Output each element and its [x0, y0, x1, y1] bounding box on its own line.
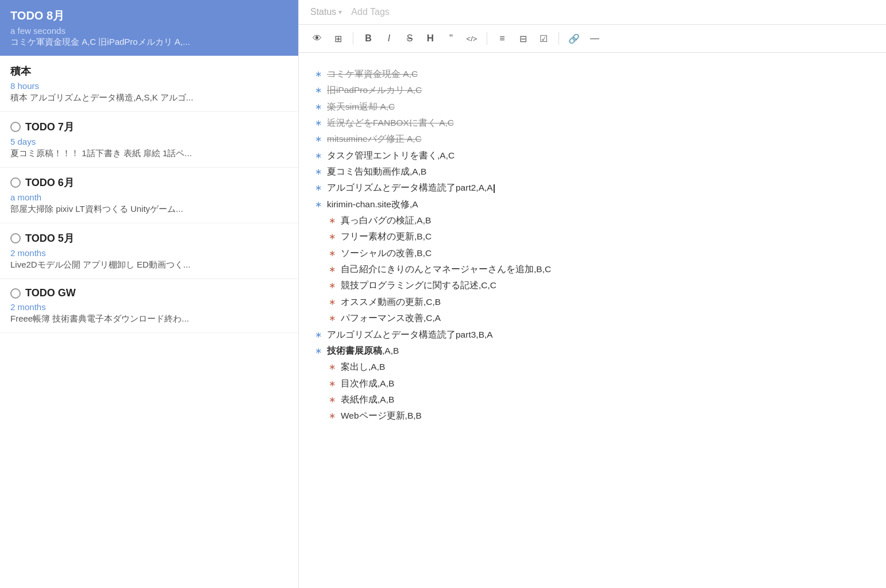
bullet-primary: ∗ [315, 164, 322, 179]
bullet-primary: ∗ [315, 148, 322, 163]
bullet-secondary: ∗ [329, 359, 336, 374]
line-text: ソーシャルの改善,B,C [341, 246, 432, 261]
content-line: ∗コミケ軍資金現金 A,C [315, 67, 870, 82]
bullet-primary: ∗ [315, 83, 322, 98]
heading-button[interactable]: H [421, 29, 440, 48]
sidebar-item-title: TODO 5月 [25, 231, 74, 245]
content-line: ∗自己紹介にきりのんとマネージャーさんを追加,B,C [315, 262, 870, 277]
content-line: ∗オススメ動画の更新,C,B [315, 295, 870, 310]
item-title: TODO GW [10, 287, 288, 299]
line-text: 近況などをFANBOXに書く A,C [327, 115, 454, 130]
split-view-icon[interactable]: ⊞ [329, 29, 347, 48]
strikethrough-button[interactable]: S [400, 29, 419, 48]
bullet-secondary: ∗ [329, 408, 336, 423]
bullet-secondary: ∗ [329, 229, 336, 244]
line-text: mitsumineバグ修正 A,C [327, 131, 422, 146]
bullet-secondary: ∗ [329, 262, 336, 277]
content-line: ∗Webページ更新,B,B [315, 408, 870, 423]
bullet-secondary: ∗ [329, 246, 336, 261]
line-text: 目次作成,A,B [341, 376, 394, 391]
item-preview: Freee帳簿 技術書典電子本ダウンロード終わ... [10, 314, 288, 324]
content-line: ∗mitsumineバグ修正 A,C [315, 131, 870, 146]
link-button[interactable]: 🔗 [565, 29, 583, 48]
circle-icon [10, 122, 21, 132]
content-line: ∗タスク管理エントリを書く,A,C [315, 148, 870, 163]
checklist-button[interactable]: ☑ [534, 29, 553, 48]
item-timestamp: 2 months [10, 302, 288, 312]
content-line: ∗旧iPadProメルカリ A,C [315, 83, 870, 98]
content-line: ∗真っ白バグの検証,A,B [315, 213, 870, 228]
item-timestamp: a few seconds [10, 26, 288, 36]
divider-button[interactable]: — [585, 29, 604, 48]
bullet-primary: ∗ [315, 180, 322, 195]
content-area[interactable]: ∗コミケ軍資金現金 A,C∗旧iPadProメルカリ A,C∗楽天sim返却 A… [299, 53, 886, 588]
item-preview: 部屋大掃除 pixiv LT資料つくる Unityゲーム... [10, 204, 288, 215]
line-text: 競技プログラミングに関する記述,C,C [341, 278, 496, 293]
toolbar: 👁 ⊞ B I S H " </> ≡ ⊟ ☑ 🔗 — [299, 25, 886, 53]
content-line: ∗近況などをFANBOXに書く A,C [315, 115, 870, 130]
line-text: 表紙作成,A,B [341, 392, 394, 407]
toolbar-separator [353, 32, 353, 45]
circle-icon [10, 288, 21, 299]
toolbar-separator-3 [558, 32, 559, 45]
quote-button[interactable]: " [442, 29, 460, 48]
line-text: 旧iPadProメルカリ A,C [327, 83, 422, 98]
content-line: ∗夏コミ告知動画作成,A,B [315, 164, 870, 179]
item-preview: コミケ軍資金現金 A,C 旧iPadProメルカリ A,... [10, 37, 288, 48]
line-text: パフォーマンス改善,C,A [341, 311, 441, 326]
code-button[interactable]: </> [463, 29, 481, 48]
line-text: アルゴリズムとデータ構造読了part2,A,A [327, 180, 495, 195]
content-line: ∗ソーシャルの改善,B,C [315, 246, 870, 261]
sidebar-item-title: TODO 8月 [10, 8, 64, 24]
sidebar-item-todo-jun[interactable]: TODO 6月 a month 部屋大掃除 pixiv LT資料つくる Unit… [0, 168, 298, 223]
line-text: 楽天sim返却 A,C [327, 99, 395, 114]
bullet-primary: ∗ [315, 343, 322, 358]
bullet-secondary: ∗ [329, 213, 336, 228]
bold-button[interactable]: B [359, 29, 377, 48]
unordered-list-button[interactable]: ≡ [493, 29, 511, 48]
item-title: TODO 7月 [10, 120, 288, 134]
chevron-down-icon: ▾ [338, 8, 342, 16]
sidebar-item-title: TODO 6月 [25, 176, 74, 189]
bullet-primary: ∗ [315, 197, 322, 212]
content-line: ∗表紙作成,A,B [315, 392, 870, 407]
sidebar-item-tsumiki[interactable]: 積本 8 hours 積本 アルゴリズムとデータ構造,A,S,K アルゴ... [0, 56, 298, 112]
line-text: 案出し,A,B [341, 359, 385, 374]
bullet-secondary: ∗ [329, 392, 336, 407]
bullet-primary: ∗ [315, 131, 322, 146]
bullet-secondary: ∗ [329, 278, 336, 293]
sidebar-item-todo-aug[interactable]: TODO 8月 a few seconds コミケ軍資金現金 A,C 旧iPad… [0, 0, 298, 56]
preview-icon[interactable]: 👁 [308, 29, 326, 48]
circle-icon [10, 177, 21, 188]
item-preview: 積本 アルゴリズムとデータ構造,A,S,K アルゴ... [10, 92, 288, 103]
item-title: TODO 5月 [10, 231, 288, 245]
ordered-list-button[interactable]: ⊟ [514, 29, 532, 48]
item-timestamp: 2 months [10, 248, 288, 258]
bullet-primary: ∗ [315, 99, 322, 114]
item-preview: 夏コミ原稿！！！ 1話下書き 表紙 扉絵 1話ペ... [10, 148, 288, 159]
content-line: ∗目次作成,A,B [315, 376, 870, 391]
item-timestamp: a month [10, 192, 288, 202]
line-text: 技術書展原稿,A,B [327, 343, 399, 358]
sidebar-item-todo-gw[interactable]: TODO GW 2 months Freee帳簿 技術書典電子本ダウンロード終わ… [0, 279, 298, 333]
bold-text: 技術書展原稿 [327, 346, 382, 355]
sidebar-item-title: TODO 7月 [25, 120, 74, 134]
bullet-primary: ∗ [315, 115, 322, 130]
sidebar-item-todo-jul[interactable]: TODO 7月 5 days 夏コミ原稿！！！ 1話下書き 表紙 扉絵 1話ペ.… [0, 112, 298, 168]
content-line: ∗楽天sim返却 A,C [315, 99, 870, 114]
content-line: ∗技術書展原稿,A,B [315, 343, 870, 358]
italic-button[interactable]: I [380, 29, 398, 48]
status-button[interactable]: Status ▾ [310, 7, 342, 17]
line-text: 真っ白バグの検証,A,B [341, 213, 431, 228]
editor: Status ▾ Add Tags 👁 ⊞ B I S H " </> ≡ ⊟ … [299, 0, 886, 588]
item-title: TODO 8月 [10, 8, 288, 24]
sidebar-item-todo-may[interactable]: TODO 5月 2 months Live2Dモデル公開 アプリ棚卸し ED動画… [0, 223, 298, 279]
line-text: Webページ更新,B,B [341, 408, 422, 423]
bullet-secondary: ∗ [329, 295, 336, 310]
item-timestamp: 5 days [10, 137, 288, 146]
bullet-secondary: ∗ [329, 376, 336, 391]
content-line: ∗案出し,A,B [315, 359, 870, 374]
item-title: 積本 [10, 64, 288, 78]
sidebar-item-title: 積本 [10, 64, 31, 78]
add-tags-button[interactable]: Add Tags [351, 7, 389, 17]
